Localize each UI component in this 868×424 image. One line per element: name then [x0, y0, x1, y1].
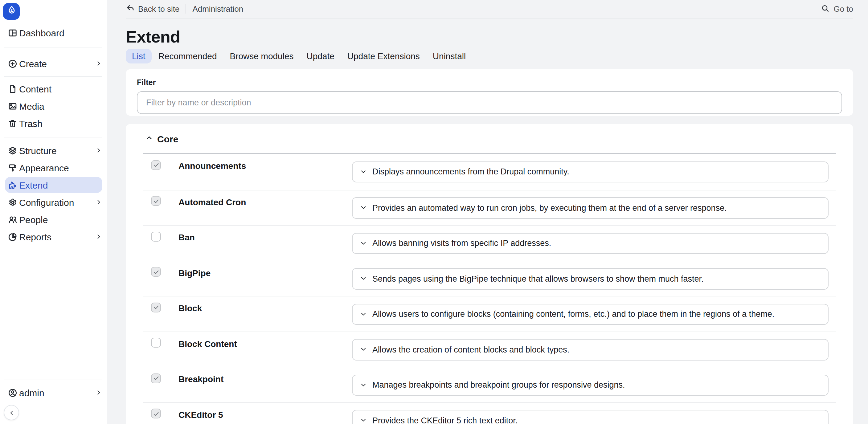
gear-icon — [7, 197, 17, 207]
sidebar: DashboardCreateContentMediaTrashStructur… — [0, 0, 107, 424]
module-description-toggle[interactable]: Allows the creation of content blocks an… — [352, 339, 829, 360]
module-description-text: Sends pages using the BigPipe technique … — [372, 274, 704, 284]
module-description-text: Displays announcements from the Drupal c… — [372, 167, 569, 176]
module-name[interactable]: Automated Cron — [179, 197, 246, 207]
breadcrumb-administration[interactable]: Administration — [192, 4, 243, 13]
module-name[interactable]: Block Content — [179, 339, 237, 349]
check-icon — [153, 161, 159, 168]
sidebar-item-label: admin — [19, 387, 44, 398]
chevron-down-icon — [360, 166, 367, 177]
paint-roller-icon — [7, 163, 17, 172]
module-checkbox-automated-cron[interactable] — [151, 196, 161, 206]
module-checkbox-bigpipe[interactable] — [151, 267, 161, 277]
primary-tabs: ListRecommendedBrowse modulesUpdateUpdat… — [126, 49, 853, 63]
module-description-toggle[interactable]: Allows banning visits from specific IP a… — [352, 233, 829, 254]
chevron-right-icon — [96, 60, 102, 67]
module-name[interactable]: Breakpoint — [179, 374, 223, 384]
module-row-announcements: AnnouncementsDisplays announcements from… — [143, 154, 836, 190]
sidebar-item-trash[interactable]: Trash — [0, 115, 107, 132]
module-row-automated-cron: Automated CronProvides an automated way … — [143, 190, 836, 225]
chevron-down-icon — [360, 238, 367, 249]
sidebar-item-label: Reports — [19, 231, 52, 242]
sidebar-item-reports[interactable]: Reports — [0, 228, 107, 245]
sidebar-item-appearance[interactable]: Appearance — [0, 159, 107, 176]
user-circle-icon — [7, 388, 17, 397]
sidebar-item-content[interactable]: Content — [0, 80, 107, 97]
page-title: Extend — [126, 29, 853, 45]
check-icon — [153, 197, 159, 204]
sidebar-item-label: Configuration — [19, 197, 74, 207]
sidebar-divider — [4, 380, 102, 380]
tab-update-extensions[interactable]: Update Extensions — [341, 49, 426, 63]
module-description-text: Allows banning visits from specific IP a… — [372, 239, 551, 248]
sidebar-item-dashboard[interactable]: Dashboard — [0, 24, 107, 41]
sidebar-item-extend[interactable]: Extend — [5, 177, 102, 193]
module-description-text: Manages breakpoints and breakpoint group… — [372, 381, 625, 390]
tab-browse-modules[interactable]: Browse modules — [223, 49, 300, 63]
sidebar-collapse-button[interactable] — [4, 405, 19, 420]
module-name[interactable]: Block — [179, 303, 202, 313]
module-checkbox-ban[interactable] — [151, 231, 161, 241]
sidebar-item-media[interactable]: Media — [0, 97, 107, 115]
chevron-down-icon — [360, 415, 367, 424]
sidebar-item-people[interactable]: People — [0, 211, 107, 228]
plus-circle-icon — [7, 59, 17, 68]
module-description-toggle[interactable]: Allows users to configure blocks (contai… — [352, 303, 829, 325]
sidebar-item-label: Dashboard — [19, 27, 64, 38]
sidebar-item-label: Appearance — [19, 162, 69, 173]
module-name[interactable]: CKEditor 5 — [179, 410, 223, 419]
document-icon — [7, 84, 17, 94]
pie-chart-icon — [7, 232, 17, 241]
go-to-search[interactable]: Go to — [821, 4, 853, 14]
modules-card: Core AnnouncementsDisplays announcements… — [126, 124, 853, 424]
breadcrumb-separator — [186, 4, 186, 13]
back-to-site-label: Back to site — [138, 4, 179, 13]
sidebar-item-configuration[interactable]: Configuration — [0, 194, 107, 211]
module-name[interactable]: Announcements — [179, 161, 246, 171]
module-checkbox-announcements[interactable] — [151, 160, 161, 170]
sidebar-item-admin[interactable]: admin — [0, 384, 107, 401]
sidebar-nav: DashboardCreateContentMediaTrashStructur… — [0, 24, 107, 245]
module-description-toggle[interactable]: Provides the CKEditor 5 rich text editor… — [352, 410, 829, 424]
check-icon — [153, 268, 159, 275]
module-name[interactable]: Ban — [179, 232, 195, 242]
sidebar-item-label: Trash — [19, 118, 42, 129]
tab-recommended[interactable]: Recommended — [152, 49, 223, 63]
people-icon — [7, 215, 17, 224]
sidebar-item-create[interactable]: Create — [0, 55, 107, 72]
tab-update[interactable]: Update — [300, 49, 340, 63]
module-description-toggle[interactable]: Manages breakpoints and breakpoint group… — [352, 374, 829, 396]
back-to-site-link[interactable]: Back to site — [126, 4, 179, 14]
module-name[interactable]: BigPipe — [179, 268, 211, 278]
puzzle-icon — [7, 180, 17, 190]
layers-icon — [7, 145, 17, 155]
chevron-down-icon — [360, 309, 367, 320]
filter-input[interactable] — [137, 91, 842, 114]
tab-uninstall[interactable]: Uninstall — [427, 49, 472, 63]
module-row-breakpoint: BreakpointManages breakpoints and breakp… — [143, 367, 836, 402]
module-checkbox-breakpoint[interactable] — [151, 373, 161, 383]
trash-icon — [7, 118, 17, 128]
chevron-down-icon — [360, 380, 367, 391]
module-description-text: Provides the CKEditor 5 rich text editor… — [372, 416, 518, 424]
chevron-down-icon — [360, 202, 367, 214]
filter-card: Filter — [126, 69, 853, 116]
module-description-text: Allows the creation of content blocks an… — [372, 345, 569, 354]
module-checkbox-block[interactable] — [151, 302, 161, 312]
module-description-text: Provides an automated way to run cron jo… — [372, 203, 727, 213]
module-row-block-content: Block ContentAllows the creation of cont… — [143, 331, 836, 367]
module-description-toggle[interactable]: Displays announcements from the Drupal c… — [352, 161, 829, 183]
sidebar-item-label: Content — [19, 84, 52, 94]
module-description-toggle[interactable]: Provides an automated way to run cron jo… — [352, 197, 829, 219]
tab-list[interactable]: List — [126, 49, 152, 63]
module-row-bigpipe: BigPipeSends pages using the BigPipe tec… — [143, 260, 836, 296]
module-checkbox-ckeditor-5[interactable] — [151, 409, 161, 419]
module-description-toggle[interactable]: Sends pages using the BigPipe technique … — [352, 268, 829, 289]
search-icon — [821, 4, 829, 14]
sidebar-item-structure[interactable]: Structure — [0, 142, 107, 159]
app-window: DashboardCreateContentMediaTrashStructur… — [0, 0, 868, 424]
drupal-logo[interactable] — [3, 3, 20, 20]
module-checkbox-block-content[interactable] — [151, 338, 161, 348]
admin-toolbar: Back to site Administration Go to — [126, 0, 853, 19]
core-section-toggle[interactable]: Core — [143, 124, 836, 154]
